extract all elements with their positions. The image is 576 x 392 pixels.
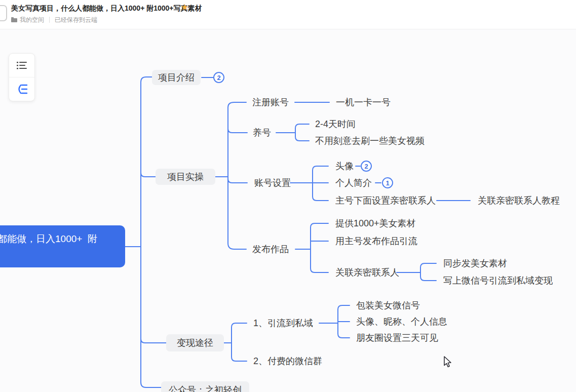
mindmap-node-days[interactable]: 2-4天时间 (315, 118, 356, 130)
mindmap-root-node[interactable]: 美女写真项目，什么人都能做，日入1000+ 附1000+写真素材 (0, 225, 125, 267)
mindmap-node-account-setup[interactable]: 账号设置 (254, 177, 291, 189)
mindmap-node-main-account-drain[interactable]: 用主号发布作品引流 (335, 235, 417, 247)
mindmap-node-one-machine[interactable]: 一机一卡一号 (336, 96, 391, 108)
outline-list-icon (16, 60, 27, 70)
view-toolbar (9, 53, 35, 101)
mindmap-node-close-contact-setup[interactable]: 主号下面设置亲密联系人 (335, 194, 436, 207)
mindmap-node-practice[interactable]: 项目实操 (156, 169, 215, 185)
mindmap-node-register[interactable]: 注册账号 (252, 96, 289, 108)
mindmap-node-link-contacts[interactable]: 关联亲密联系人 (335, 266, 399, 279)
mindmap-node-bio[interactable]: 个人简介 (335, 177, 372, 189)
mindmap-node-paid-group[interactable]: 2、付费的微信群 (253, 355, 322, 367)
mindmap-node-nurture[interactable]: 养号 (253, 127, 271, 139)
collapse-badge-intro[interactable]: 2 (213, 72, 224, 83)
breadcrumb-workspace[interactable]: 我的空间 (20, 16, 44, 24)
mindmap-node-monetize[interactable]: 变现途径 (166, 334, 224, 351)
mindmap-node-materials[interactable]: 提供1000+美女素材 (335, 217, 416, 229)
save-status: 已经保存到云端 (55, 16, 97, 24)
mindmap-node-package-wechat[interactable]: 包装美女微信号 (356, 299, 420, 311)
top-bar: 美女写真项目，什么人都能做，日入1000+ 附1000+写真素材 ★ 我的空间 … (0, 0, 576, 29)
mindmap-node-moments-3days[interactable]: 朋友圈设置三天可见 (356, 332, 438, 344)
mindmap-node-contact-tutorial[interactable]: 关联亲密联系人教程 (478, 194, 560, 207)
meta-divider (49, 17, 50, 23)
mindmap-node-avatar[interactable]: 头像 (335, 160, 354, 172)
mindmap-node-intro[interactable]: 项目介绍 (152, 70, 201, 85)
outline-view-button[interactable] (9, 54, 34, 77)
collapse-badge-bio[interactable]: 1 (382, 177, 393, 188)
collapse-badge-avatar[interactable]: 2 (361, 161, 372, 172)
mindmap-view-button[interactable] (9, 77, 34, 101)
mindmap-node-avatar-nickname[interactable]: 头像、昵称、个人信息 (356, 316, 447, 328)
mindmap-node-wechat-id-drain[interactable]: 写上微信号引流到私域变现 (443, 275, 553, 287)
mindmap-node-sync-materials[interactable]: 同步发美女素材 (443, 257, 507, 269)
mindmap-structure-icon (16, 84, 28, 95)
mindmap-node-private-domain[interactable]: 1、引流到私域 (253, 317, 313, 329)
mindmap-canvas[interactable]: 美女写真项目，什么人都能做，日入1000+ 附1000+写真素材 项目介绍 项目… (0, 29, 576, 392)
favorite-star-icon[interactable]: ★ (181, 3, 188, 12)
document-title[interactable]: 美女写真项目，什么人都能做，日入1000+ 附1000+写真素材 (11, 4, 202, 13)
app-logo (0, 5, 7, 21)
mouse-cursor (444, 356, 453, 368)
folder-icon (11, 18, 17, 22)
mindmap-node-publish[interactable]: 发布作品 (252, 243, 289, 255)
mindmap-node-no-deliberate[interactable]: 不用刻意去刷一些美女视频 (315, 135, 425, 147)
mindmap-node-wechat-official[interactable]: 公众号：之初轻创 (161, 381, 249, 392)
